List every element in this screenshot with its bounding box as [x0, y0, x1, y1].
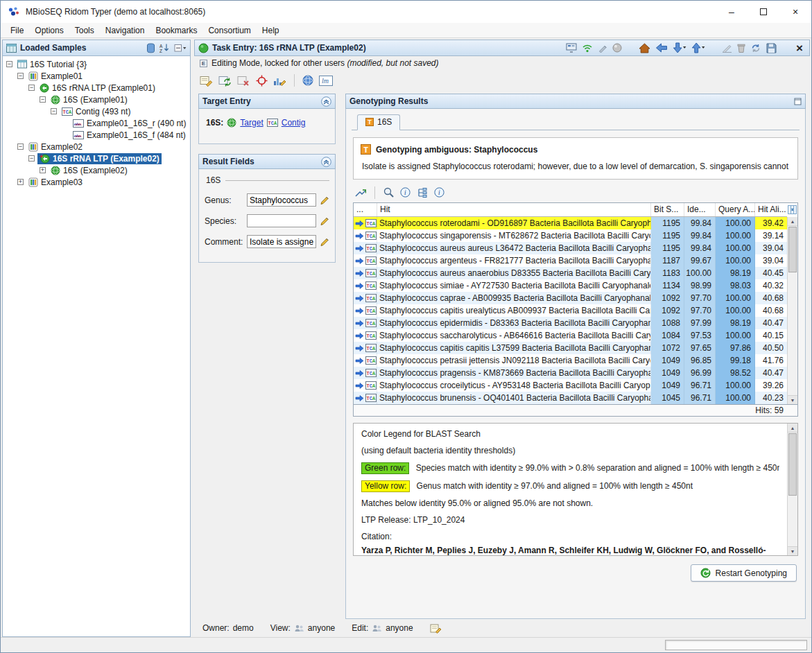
home-button[interactable] — [639, 43, 650, 53]
legend-scrollbar[interactable]: ▲ ▼ — [787, 424, 797, 555]
table-scrollbar[interactable]: ▲ ▼ — [787, 217, 797, 404]
web-button[interactable] — [302, 75, 313, 86]
table-scroll-up-button[interactable]: ▲ — [788, 217, 797, 226]
hit-row[interactable]: TCAStaphylococcus roterodami - OD916897 … — [354, 217, 787, 229]
hit-row[interactable]: TCAStaphylococcus pragensis - KM873669 B… — [354, 367, 787, 379]
tree-expander-icon[interactable]: − — [40, 96, 46, 103]
hit-row[interactable]: TCAStaphylococcus brunensis - OQ401401 B… — [354, 392, 787, 404]
tree-item[interactable]: −16S (Example01) — [3, 94, 190, 105]
hit-row[interactable]: TCAStaphylococcus argenteus - FR821777 B… — [354, 254, 787, 267]
collapse-target-entry-button[interactable] — [321, 96, 331, 107]
trash-button[interactable] — [737, 43, 745, 53]
reload-entry-button[interactable] — [218, 75, 232, 87]
tree-item[interactable]: Example01_16S_r (490 nt) — [3, 117, 190, 129]
save-button[interactable] — [766, 43, 777, 53]
hit-row[interactable]: TCAStaphylococcus capitis capitis L37599… — [354, 342, 787, 354]
restart-genotyping-button[interactable]: Restart Genotyping — [691, 564, 797, 582]
tree-expander-icon[interactable]: + — [17, 179, 24, 185]
tree-item[interactable]: −+16S rRNA LTP (Example02) — [3, 153, 190, 164]
legend-scroll-up-button[interactable]: ▲ — [788, 424, 797, 433]
close-task-button[interactable]: × — [793, 42, 806, 54]
back-button[interactable] — [655, 43, 668, 53]
col-hit[interactable]: Hit — [377, 203, 651, 216]
database-button[interactable] — [146, 43, 155, 53]
hit-row[interactable]: TCAStaphylococcus simiae - AY727530 Bact… — [354, 279, 787, 292]
tree-expander-icon[interactable]: + — [40, 167, 46, 173]
hit-row[interactable]: TCAStaphylococcus epidermidis - D83363 B… — [354, 317, 787, 329]
sync-button[interactable] — [750, 43, 761, 53]
hit-row[interactable]: TCAStaphylococcus aureus anaerobius D833… — [354, 267, 787, 279]
legend-scrollbar-thumb[interactable] — [788, 433, 797, 496]
menu-help[interactable]: Help — [257, 24, 285, 37]
comment-input[interactable] — [247, 235, 316, 248]
hit-row[interactable]: TCAStaphylococcus singaporensis - MT6286… — [354, 229, 787, 242]
target-link[interactable]: Target — [240, 118, 263, 128]
up-button[interactable] — [691, 42, 705, 53]
target-button[interactable] — [256, 75, 268, 87]
hit-row[interactable]: TCAStaphylococcus croceilyticus - AY9531… — [354, 379, 787, 392]
menu-options[interactable]: Options — [29, 24, 69, 37]
tree-view-button[interactable] — [417, 188, 428, 198]
edit-species-button[interactable] — [320, 216, 329, 226]
tree-expander-icon[interactable]: − — [17, 73, 24, 79]
tree-expander-icon[interactable]: − — [28, 155, 35, 162]
discard-entry-button[interactable] — [237, 75, 250, 87]
screenshot-button[interactable] — [566, 43, 577, 53]
tree-item[interactable]: −TCAContig (493 nt) — [3, 105, 190, 117]
hit-row[interactable]: TCAStaphylococcus aureus aureus L36472 B… — [354, 242, 787, 254]
menu-file[interactable]: File — [5, 24, 29, 37]
collapse-tree-button[interactable] — [174, 44, 187, 53]
minimize-button[interactable]: – — [716, 1, 748, 23]
tree-item[interactable]: Example01_16S_f (484 nt) — [3, 129, 190, 141]
chart-button[interactable] — [273, 75, 286, 87]
col-bit-score[interactable]: Bit S... — [651, 203, 684, 216]
tab-16s[interactable]: T 16S — [357, 114, 400, 130]
details-button[interactable]: i — [434, 187, 444, 198]
tree-item[interactable]: +Example03 — [3, 176, 190, 188]
menu-consortium[interactable]: Consortium — [202, 24, 256, 37]
column-config-button[interactable] — [788, 205, 797, 214]
col-query-aligned[interactable]: Query A... — [716, 203, 755, 216]
tree-expander-icon[interactable]: − — [28, 85, 35, 91]
tree-item[interactable]: −16S Tutorial {3} — [3, 58, 190, 70]
col-identity[interactable]: Ide... — [684, 203, 716, 216]
info-button[interactable]: i — [400, 187, 411, 198]
edit-genus-button[interactable] — [320, 195, 329, 205]
sign-button[interactable] — [722, 43, 732, 53]
alignment-button[interactable]: lm — [319, 76, 333, 86]
close-button[interactable]: × — [779, 1, 811, 23]
tree-expander-icon[interactable]: − — [17, 143, 24, 150]
edit-entry-button[interactable] — [200, 75, 213, 87]
col-hit-aligned[interactable]: Hit Ali... — [755, 203, 787, 216]
tree-item[interactable]: −16S rRNA LTP (Example01) — [3, 82, 190, 94]
tree-expander-icon[interactable]: − — [6, 61, 12, 67]
collapse-result-fields-button[interactable] — [321, 157, 331, 167]
hit-row[interactable]: TCAStaphylococcus saccharolyticus - AB64… — [354, 329, 787, 342]
tree-item[interactable]: +16S (Example02) — [3, 164, 190, 176]
menu-navigation[interactable]: Navigation — [100, 24, 150, 37]
export-button[interactable] — [354, 187, 366, 198]
table-scroll-down-button[interactable]: ▼ — [788, 395, 797, 404]
genus-input[interactable] — [247, 193, 316, 207]
maximize-panel-button[interactable] — [794, 98, 802, 105]
sort-button[interactable]: AZ — [159, 43, 170, 53]
forward-down-button[interactable] — [673, 42, 686, 53]
hit-row[interactable]: TCAStaphylococcus petrasii jettensis JN0… — [354, 354, 787, 367]
edit-comment-button[interactable] — [320, 237, 329, 247]
legend-scroll-down-button[interactable]: ▼ — [788, 546, 797, 555]
col-icons[interactable]: ... — [354, 203, 377, 216]
table-scrollbar-thumb[interactable] — [788, 227, 797, 272]
zoom-button[interactable] — [383, 187, 394, 198]
hit-row-icons: TCA — [354, 304, 377, 317]
tree-expander-icon[interactable]: − — [51, 108, 57, 114]
tree-item[interactable]: −Example01 — [3, 70, 190, 82]
hit-row[interactable]: TCAStaphylococcus caprae - AB009935 Bact… — [354, 292, 787, 304]
menu-tools[interactable]: Tools — [69, 24, 100, 37]
menu-bookmarks[interactable]: Bookmarks — [150, 24, 202, 37]
edit-permissions-button[interactable] — [430, 623, 442, 634]
contig-link[interactable]: Contig — [282, 118, 306, 128]
species-input[interactable] — [247, 214, 316, 227]
tree-item[interactable]: −Example02 — [3, 141, 190, 153]
hit-row[interactable]: TCAStaphylococcus capitis urealyticus AB… — [354, 304, 787, 317]
maximize-button[interactable] — [748, 1, 779, 23]
